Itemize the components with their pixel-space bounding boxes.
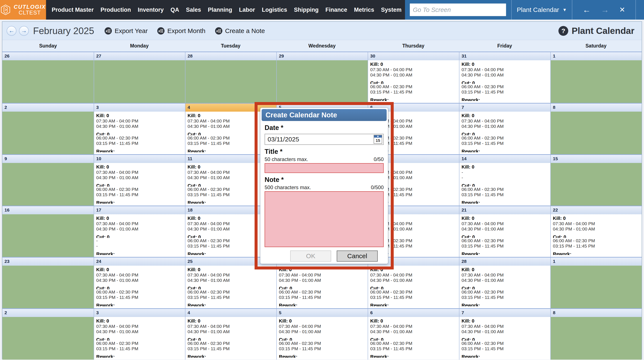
day-number: 16	[2, 206, 94, 214]
export-month-button[interactable]: x Export Month	[157, 27, 205, 35]
weekday-label-monday: Monday	[94, 40, 185, 51]
chevron-down-icon: ▼	[562, 7, 567, 12]
day-number: 27	[94, 52, 185, 60]
nav-item-planning[interactable]: Planning	[204, 6, 236, 13]
date-field[interactable]	[264, 134, 384, 145]
divider	[572, 0, 572, 19]
day-cell-3[interactable]: 3Kill: 007:30 AM - 04:00 PM04:30 PM - 01…	[94, 104, 185, 154]
nav-back-button[interactable]: ←	[578, 0, 596, 19]
day-cell-8[interactable]: 8	[550, 309, 642, 360]
go-to-screen-input[interactable]	[410, 3, 506, 16]
day-number: 8	[551, 309, 642, 317]
day-cell-7[interactable]: 7Kill: 007:30 AM - 04:00 PM04:30 PM - 01…	[459, 309, 550, 360]
day-content-empty	[551, 163, 642, 205]
day-number: 24	[94, 258, 185, 266]
dialog-title: Create Calendar Note	[262, 109, 387, 121]
brand-block[interactable]: CUTLOGIX CLTEST	[0, 0, 46, 19]
screen-selector-dropdown[interactable]: Plant Calendar ▼	[517, 6, 567, 13]
day-cell-15[interactable]: 15	[550, 155, 642, 205]
nav-item-inventory[interactable]: Inventory	[134, 6, 167, 13]
day-number: 7	[460, 309, 550, 317]
day-cell-6[interactable]: 6Kill: 007:30 AM - 04:00 PM04:30 PM - 01…	[368, 309, 459, 360]
day-cell-9[interactable]: 9	[2, 155, 94, 205]
day-cell-22[interactable]: 22Kill: 007:30 AM - 04:00 PM04:30 PM - 0…	[550, 206, 642, 257]
calendar-week-row: 2627282930Kill: 007:30 AM - 04:00 PM04:3…	[2, 51, 642, 103]
next-month-button[interactable]: →	[19, 26, 29, 36]
day-number: 8	[551, 104, 642, 112]
day-cell-16[interactable]: 16	[2, 206, 94, 257]
day-cell-2[interactable]: 2	[2, 104, 94, 154]
day-cell-7[interactable]: 7Kill: 007:30 AM - 04:00 PM04:30 PM - 01…	[459, 104, 550, 154]
day-cell-14[interactable]: 14Kill: 0--Cut: 006:00 AM - 02:30 PM03:1…	[459, 155, 550, 205]
day-content-empty	[2, 112, 94, 154]
day-cell-4[interactable]: 4Kill: 007:30 AM - 04:00 PM04:30 PM - 01…	[185, 309, 276, 360]
nav-item-sales[interactable]: Sales	[182, 6, 204, 13]
day-cell-1[interactable]: 1	[550, 52, 642, 103]
day-number: 3	[94, 309, 185, 317]
day-content: Kill: 007:30 AM - 04:00 PM04:30 PM - 01:…	[277, 266, 368, 308]
day-cell-8[interactable]: 8	[550, 104, 642, 154]
nav-item-production[interactable]: Production	[97, 6, 134, 13]
main-nav: Product MasterProductionInventoryQASales…	[46, 0, 405, 19]
day-cell-17[interactable]: 17Kill: 007:30 AM - 04:00 PM04:30 PM - 0…	[94, 206, 185, 257]
nav-item-labor[interactable]: Labor	[236, 6, 258, 13]
weekday-label-wednesday: Wednesday	[276, 40, 368, 51]
datepicker-icon-day: 15	[374, 138, 382, 143]
day-number: 15	[551, 155, 642, 163]
day-content: Kill: 007:30 AM - 04:00 PM04:30 PM - 01:…	[460, 317, 550, 360]
nav-item-logistics[interactable]: Logistics	[258, 6, 291, 13]
day-cell-2[interactable]: 2	[2, 309, 94, 360]
weekday-header-row: SundayMondayTuesdayWednesdayThursdayFrid…	[2, 40, 642, 51]
ok-button[interactable]: OK	[290, 250, 331, 262]
day-cell-29[interactable]: 29	[276, 52, 368, 103]
svg-text:x: x	[106, 29, 108, 33]
day-content: Kill: 007:30 AM - 04:00 PM04:30 PM - 01:…	[277, 317, 368, 360]
favorite-star-button[interactable]: ☆	[641, 0, 644, 19]
day-content-empty	[2, 60, 94, 103]
nav-item-product-master[interactable]: Product Master	[48, 6, 97, 13]
day-cell-28[interactable]: 28Kill: 007:30 AM - 04:00 PM04:30 PM - 0…	[459, 258, 550, 308]
note-text-field[interactable]	[264, 191, 384, 247]
day-cell-23[interactable]: 23	[2, 258, 94, 308]
day-content: Kill: 007:30 AM - 04:00 PM04:30 PM - 01:…	[460, 60, 550, 103]
day-cell-30[interactable]: 30Kill: 007:30 AM - 04:00 PM04:30 PM - 0…	[368, 52, 459, 103]
day-cell-5[interactable]: 5Kill: 007:30 AM - 04:00 PM04:30 PM - 01…	[276, 309, 368, 360]
create-calendar-note-dialog: Create Calendar Note Date * 15 Title * 5…	[260, 108, 388, 264]
brand-name: CUTLOGIX	[14, 4, 46, 10]
day-cell-28[interactable]: 28	[185, 52, 276, 103]
day-content-empty	[2, 266, 94, 308]
nav-item-finance[interactable]: Finance	[322, 6, 350, 13]
previous-month-button[interactable]: ←	[6, 26, 16, 36]
day-number: 10	[94, 155, 185, 163]
help-icon[interactable]: ?	[558, 26, 568, 36]
title-label: Title *	[264, 148, 384, 156]
create-note-label: Create a Note	[225, 27, 265, 34]
day-cell-27[interactable]: 27	[94, 52, 185, 103]
create-note-modal-highlight-ring: Create Calendar Note Date * 15 Title * 5…	[254, 102, 394, 269]
day-content: Kill: 007:30 AM - 04:00 PM04:30 PM - 01:…	[94, 266, 185, 308]
day-cell-10[interactable]: 10Kill: 007:30 AM - 04:00 PM04:30 PM - 0…	[94, 155, 185, 205]
day-number: 1	[551, 258, 642, 266]
day-cell-3[interactable]: 3Kill: 007:30 AM - 04:00 PM04:30 PM - 01…	[94, 309, 185, 360]
day-cell-21[interactable]: 21Kill: 007:30 AM - 04:00 PM04:30 PM - 0…	[459, 206, 550, 257]
day-cell-26[interactable]: 26	[2, 52, 94, 103]
nav-item-qa[interactable]: QA	[167, 6, 183, 13]
day-content-empty	[186, 60, 276, 103]
calendar-toolbar: ← → February 2025 x Export Year x Export…	[2, 22, 642, 40]
environment-label: CLTEST	[18, 10, 41, 15]
close-screen-button[interactable]: ✕	[614, 0, 630, 19]
nav-forward-button[interactable]: →	[596, 0, 614, 19]
cancel-button[interactable]: Cancel	[337, 250, 378, 262]
nav-item-system[interactable]: System	[378, 6, 405, 13]
nav-item-shipping[interactable]: Shipping	[291, 6, 322, 13]
create-note-button[interactable]: x Create a Note	[215, 27, 265, 35]
date-label: Date *	[264, 124, 384, 132]
day-cell-24[interactable]: 24Kill: 007:30 AM - 04:00 PM04:30 PM - 0…	[94, 258, 185, 308]
day-cell-1[interactable]: 1	[550, 258, 642, 308]
day-number: 9	[2, 155, 94, 163]
export-year-button[interactable]: x Export Year	[104, 27, 148, 35]
day-cell-31[interactable]: 31Kill: 007:30 AM - 04:00 PM04:30 PM - 0…	[459, 52, 550, 103]
note-title-field[interactable]	[264, 163, 384, 173]
datepicker-icon[interactable]: 15	[374, 135, 382, 144]
nav-item-metrics[interactable]: Metrics	[350, 6, 378, 13]
